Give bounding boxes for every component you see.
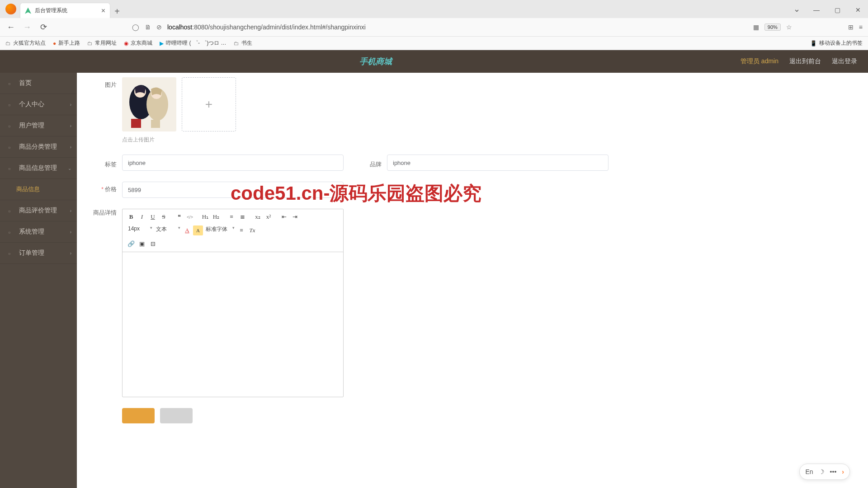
font-size-select[interactable]: 14px <box>126 225 153 235</box>
sidebar-subitem[interactable]: 商品信息 <box>0 179 77 200</box>
bookmark-star-icon[interactable]: ☆ <box>786 23 792 31</box>
sidebar-item[interactable]: ▫个人中心› <box>0 94 77 115</box>
h1-button[interactable]: H₁ <box>200 212 210 222</box>
firefox-icon <box>5 4 16 14</box>
sidebar-label: 商品评价管理 <box>19 206 57 215</box>
anime-girls-illustration <box>122 77 176 131</box>
upload-add-button[interactable]: + <box>182 77 236 131</box>
align-button[interactable]: ≡ <box>236 225 246 235</box>
tag-input[interactable] <box>122 155 344 171</box>
tab-close-button[interactable]: × <box>101 7 105 15</box>
indent-button[interactable]: ⇥ <box>290 212 300 222</box>
svg-rect-6 <box>151 120 160 128</box>
front-link[interactable]: 退出到前台 <box>789 57 821 66</box>
ordered-list-button[interactable]: ≡ <box>226 212 236 222</box>
dropdown-icon[interactable]: ⌄ <box>791 4 802 14</box>
header-links: 管理员 admin 退出到前台 退出登录 <box>741 57 857 66</box>
bookmark-bar: 🗀火狐官方站点 ●新手上路 🗀常用网址 ◉京东商城 ▶哔哩哔哩 ( ゜- ゜)つ… <box>0 36 868 50</box>
sidebar-item[interactable]: ▫系统管理› <box>0 221 77 243</box>
font-family-select[interactable]: 标准字体 <box>204 225 236 235</box>
underline-button[interactable]: U <box>148 212 158 222</box>
unordered-list-button[interactable]: ≣ <box>237 212 247 222</box>
chevron-icon: › <box>70 145 71 150</box>
connection-icon: ⊘ <box>156 23 162 31</box>
bookmark-item[interactable]: ●新手上路 <box>53 39 80 47</box>
bookmark-item[interactable]: ▶哔哩哔哩 ( ゜- ゜)つロ … <box>160 39 226 47</box>
upload-hint: 点击上传图片 <box>122 136 854 144</box>
uploaded-image-thumb[interactable] <box>122 77 176 131</box>
bookmark-item[interactable]: 🗀常用网址 <box>87 39 117 47</box>
quote-button[interactable]: ❝ <box>174 212 184 222</box>
zoom-level[interactable]: 90% <box>764 23 781 31</box>
mobile-bookmarks[interactable]: 📱移动设备上的书签 <box>810 39 863 47</box>
editor-content[interactable] <box>123 252 343 397</box>
browser-tab[interactable]: 后台管理系统 × <box>20 3 110 18</box>
bookmark-item[interactable]: 🗀书生 <box>234 39 252 47</box>
bg-color-button[interactable]: A <box>193 225 203 235</box>
window-controls: ⌄ — ▢ ✕ <box>791 4 864 16</box>
url-text[interactable]: localhost:8080/shoujishangcheng/admin/di… <box>167 23 748 31</box>
app-body: ▫首页▫个人中心›▫用户管理›▫商品分类管理›▫商品信息管理⌄商品信息▫商品评价… <box>0 73 868 488</box>
menu-icon[interactable]: ≡ <box>859 23 863 31</box>
link-button[interactable]: 🔗 <box>126 239 136 249</box>
detail-row: 商品详情 B I U S ❝ </> H₁ H₂ ≡ <box>90 209 854 397</box>
sidebar-item[interactable]: ▫商品分类管理› <box>0 136 77 158</box>
sidebar-label: 订单管理 <box>19 249 44 257</box>
tag-brand-row: 标签 品牌 <box>90 155 854 171</box>
text-color-button[interactable]: A <box>182 225 192 235</box>
tab-bar: 后台管理系统 × + <box>0 0 868 18</box>
app-container: 手机商城 管理员 admin 退出到前台 退出登录 ▫首页▫个人中心›▫用户管理… <box>0 50 868 488</box>
menu-icon: ▫ <box>8 250 14 256</box>
maximize-button[interactable]: ▢ <box>831 4 844 16</box>
admin-link[interactable]: 管理员 admin <box>741 57 778 66</box>
ime-more[interactable]: ••• <box>830 468 837 475</box>
menu-icon: ▫ <box>8 122 14 129</box>
editor-toolbar: B I U S ❝ </> H₁ H₂ ≡ ≣ x₂ <box>123 209 343 252</box>
italic-button[interactable]: I <box>137 212 147 222</box>
ime-toolbar[interactable]: En ☽ ••• › <box>799 464 850 480</box>
image-button[interactable]: ▣ <box>137 239 147 249</box>
sidebar-item[interactable]: ▫商品信息管理⌄ <box>0 158 77 179</box>
sidebar-item[interactable]: ▫用户管理› <box>0 115 77 136</box>
minimize-button[interactable]: — <box>810 4 823 16</box>
reload-button[interactable]: ⟳ <box>38 22 49 33</box>
brand-input[interactable] <box>387 155 609 171</box>
superscript-button[interactable]: x² <box>264 212 274 222</box>
moon-icon[interactable]: ☽ <box>819 468 825 475</box>
sidebar: ▫首页▫个人中心›▫用户管理›▫商品分类管理›▫商品信息管理⌄商品信息▫商品评价… <box>0 73 77 488</box>
submit-button[interactable] <box>122 408 155 423</box>
subscript-button[interactable]: x₂ <box>253 212 263 222</box>
ime-lang[interactable]: En <box>805 468 813 475</box>
h2-button[interactable]: H₂ <box>211 212 221 222</box>
sidebar-label: 用户管理 <box>19 122 44 130</box>
logout-link[interactable]: 退出登录 <box>832 57 857 66</box>
ime-arrow[interactable]: › <box>842 468 844 475</box>
block-format-select[interactable]: 文本 <box>154 225 181 235</box>
outdent-button[interactable]: ⇤ <box>279 212 289 222</box>
qr-icon[interactable]: ▦ <box>753 23 759 31</box>
sidebar-item[interactable]: ▫首页 <box>0 73 77 94</box>
price-input[interactable] <box>122 182 344 198</box>
bookmark-item[interactable]: 🗀火狐官方站点 <box>5 39 46 47</box>
sidebar-label: 系统管理 <box>19 228 44 236</box>
clear-format-button[interactable]: Tx <box>247 225 257 235</box>
extension-icon[interactable]: ⊞ <box>848 23 854 31</box>
new-tab-button[interactable]: + <box>110 5 124 18</box>
sidebar-label: 商品信息管理 <box>19 164 57 172</box>
forward-button[interactable]: → <box>22 22 33 33</box>
back-button[interactable]: ← <box>5 22 16 33</box>
close-window-button[interactable]: ✕ <box>852 4 864 16</box>
sidebar-item[interactable]: ▫订单管理› <box>0 243 77 264</box>
bookmark-item[interactable]: ◉京东商城 <box>124 39 152 47</box>
sidebar-item[interactable]: ▫商品评价管理› <box>0 200 77 221</box>
shield-icon[interactable]: ◯ <box>132 23 139 31</box>
code-button[interactable]: </> <box>185 212 195 222</box>
video-button[interactable]: ⊟ <box>148 239 158 249</box>
cancel-button[interactable] <box>160 408 193 423</box>
strike-button[interactable]: S <box>159 212 169 222</box>
app-header: 手机商城 管理员 admin 退出到前台 退出登录 <box>0 50 868 73</box>
bold-button[interactable]: B <box>126 212 136 222</box>
page-info-icon[interactable]: 🗎 <box>145 23 151 31</box>
menu-icon: ▫ <box>8 80 14 86</box>
app-title: 手机商城 <box>11 56 741 67</box>
